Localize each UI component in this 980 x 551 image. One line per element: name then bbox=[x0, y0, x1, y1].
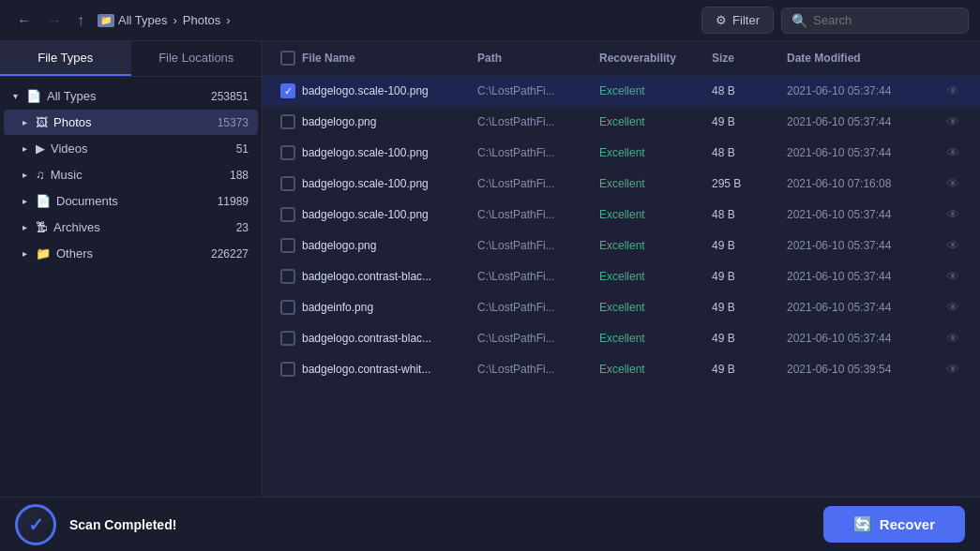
table-row[interactable]: badgelogo.png C:\LostPathFi... Excellent… bbox=[263, 231, 980, 261]
forward-button[interactable]: → bbox=[41, 8, 68, 33]
row-checkbox-1[interactable] bbox=[274, 83, 302, 98]
sidebar-item-documents[interactable]: ▸ 📄 Documents 11989 bbox=[4, 188, 258, 214]
table-row[interactable]: badgelogo.scale-100.png C:\LostPathFi...… bbox=[263, 138, 980, 169]
table-row[interactable]: badgelogo.contrast-blac... C:\LostPathFi… bbox=[263, 323, 980, 354]
row-size-5: 48 B bbox=[712, 208, 787, 221]
row-recoverability-1: Excellent bbox=[599, 84, 712, 97]
row-path-7: C:\LostPathFi... bbox=[477, 270, 599, 283]
checkbox-6[interactable] bbox=[280, 238, 295, 253]
recover-button[interactable]: 🔄 Recover bbox=[823, 506, 965, 543]
row-filename-2: badgelogo.png bbox=[302, 115, 477, 128]
row-checkbox-5[interactable] bbox=[274, 207, 302, 222]
checkbox-9[interactable] bbox=[280, 331, 295, 346]
sidebar-item-others[interactable]: ▸ 📁 Others 226227 bbox=[4, 241, 258, 266]
checkbox-8[interactable] bbox=[280, 300, 295, 315]
table-row[interactable]: badgelogo.contrast-blac... C:\LostPathFi… bbox=[263, 261, 980, 292]
tree-icon-videos: ▶ bbox=[36, 141, 45, 156]
preview-icon-8[interactable]: 👁 bbox=[937, 300, 969, 315]
tree-label-music: Music bbox=[51, 168, 230, 182]
row-date-7: 2021-06-10 05:37:44 bbox=[787, 270, 937, 283]
row-recoverability-10: Excellent bbox=[599, 363, 712, 376]
row-filename-5: badgelogo.scale-100.png bbox=[302, 208, 477, 221]
checkbox-10[interactable] bbox=[280, 362, 295, 377]
preview-icon-9[interactable]: 👁 bbox=[937, 331, 969, 346]
row-checkbox-3[interactable] bbox=[274, 145, 302, 160]
search-box[interactable]: 🔍 bbox=[781, 7, 969, 34]
row-checkbox-2[interactable] bbox=[274, 114, 302, 129]
row-filename-1: badgelogo.scale-100.png bbox=[302, 84, 477, 97]
tree-count-archives: 23 bbox=[236, 221, 249, 234]
sidebar-item-music[interactable]: ▸ ♫ Music 188 bbox=[4, 162, 258, 187]
tree-count-documents: 11989 bbox=[218, 195, 249, 208]
checkbox-7[interactable] bbox=[280, 269, 295, 284]
checkbox-4[interactable] bbox=[280, 176, 295, 191]
select-all-checkbox[interactable] bbox=[280, 51, 295, 66]
table-row[interactable]: badgelogo.scale-100.png C:\LostPathFi...… bbox=[263, 169, 980, 200]
row-path-2: C:\LostPathFi... bbox=[477, 115, 599, 128]
row-checkbox-4[interactable] bbox=[274, 176, 302, 191]
up-button[interactable]: ↑ bbox=[71, 8, 90, 33]
row-date-5: 2021-06-10 05:37:44 bbox=[787, 208, 937, 221]
sidebar-item-videos[interactable]: ▸ ▶ Videos 51 bbox=[4, 136, 258, 161]
row-path-8: C:\LostPathFi... bbox=[477, 301, 599, 314]
recover-label: Recover bbox=[880, 516, 935, 532]
preview-icon-1[interactable]: 👁 bbox=[937, 83, 969, 98]
checkbox-1[interactable] bbox=[280, 83, 295, 98]
row-filename-3: badgelogo.scale-100.png bbox=[302, 146, 477, 159]
row-size-10: 49 B bbox=[712, 363, 787, 376]
row-path-6: C:\LostPathFi... bbox=[477, 239, 599, 252]
row-filename-9: badgelogo.contrast-blac... bbox=[302, 332, 477, 345]
row-checkbox-7[interactable] bbox=[274, 269, 302, 284]
row-size-2: 49 B bbox=[712, 115, 787, 128]
row-recoverability-7: Excellent bbox=[599, 270, 712, 283]
row-date-1: 2021-06-10 05:37:44 bbox=[787, 84, 937, 97]
row-recoverability-8: Excellent bbox=[599, 301, 712, 314]
tree-label-documents: Documents bbox=[56, 194, 218, 208]
tree-arrow: ▾ bbox=[13, 91, 26, 101]
checkbox-2[interactable] bbox=[280, 114, 295, 129]
row-checkbox-8[interactable] bbox=[274, 300, 302, 315]
tab-file-locations[interactable]: File Locations bbox=[131, 41, 263, 76]
filter-icon: ⚙ bbox=[716, 13, 727, 27]
table-row[interactable]: badgelogo.png C:\LostPathFi... Excellent… bbox=[263, 107, 980, 138]
tree-count-videos: 51 bbox=[236, 142, 249, 156]
back-button[interactable]: ← bbox=[11, 8, 38, 33]
breadcrumb-photos[interactable]: Photos bbox=[183, 13, 220, 27]
tree-count-others: 226227 bbox=[211, 247, 249, 261]
filter-button[interactable]: ⚙ Filter bbox=[701, 7, 774, 34]
row-date-10: 2021-06-10 05:39:54 bbox=[787, 363, 937, 376]
sidebar-item-all-types[interactable]: ▾ 📄 All Types 253851 bbox=[4, 83, 258, 109]
tree-arrow: ▸ bbox=[23, 170, 36, 180]
row-checkbox-10[interactable] bbox=[274, 362, 302, 377]
preview-icon-5[interactable]: 👁 bbox=[937, 207, 969, 222]
preview-icon-2[interactable]: 👁 bbox=[937, 114, 969, 129]
breadcrumb-sep2: › bbox=[226, 13, 230, 27]
tab-file-types[interactable]: File Types bbox=[0, 41, 131, 76]
preview-icon-3[interactable]: 👁 bbox=[937, 145, 969, 160]
search-input[interactable] bbox=[813, 13, 958, 27]
row-path-5: C:\LostPathFi... bbox=[477, 208, 599, 221]
breadcrumb-all-types[interactable]: All Types bbox=[118, 13, 168, 27]
header-filename: File Name bbox=[302, 51, 477, 66]
preview-icon-7[interactable]: 👁 bbox=[937, 269, 969, 284]
bottom-bar: Scan Completed! 🔄 Recover bbox=[0, 497, 980, 551]
sidebar-item-photos[interactable]: ▸ 🖼 Photos 15373 bbox=[4, 110, 258, 135]
tree-label-photos: Photos bbox=[53, 115, 218, 129]
row-path-3: C:\LostPathFi... bbox=[477, 146, 599, 159]
top-bar: ← → ↑ 📁 All Types › Photos › ⚙ Filter 🔍 bbox=[0, 0, 980, 41]
table-row[interactable]: badgelogo.contrast-whit... C:\LostPathFi… bbox=[263, 354, 980, 385]
checkbox-3[interactable] bbox=[280, 145, 295, 160]
tree-arrow: ▸ bbox=[23, 248, 36, 259]
sidebar-item-archives[interactable]: ▸ 🗜 Archives 23 bbox=[4, 215, 258, 240]
row-checkbox-9[interactable] bbox=[274, 331, 302, 346]
preview-icon-4[interactable]: 👁 bbox=[937, 176, 969, 191]
table-row[interactable]: badgeinfo.png C:\LostPathFi... Excellent… bbox=[263, 292, 980, 323]
table-row[interactable]: badgelogo.scale-100.png C:\LostPathFi...… bbox=[263, 200, 980, 231]
preview-icon-10[interactable]: 👁 bbox=[937, 362, 969, 377]
row-path-4: C:\LostPathFi... bbox=[477, 177, 599, 190]
tree-icon-all-types: 📄 bbox=[26, 89, 41, 103]
row-checkbox-6[interactable] bbox=[274, 238, 302, 253]
checkbox-5[interactable] bbox=[280, 207, 295, 222]
preview-icon-6[interactable]: 👁 bbox=[937, 238, 969, 253]
table-row[interactable]: badgelogo.scale-100.png C:\LostPathFi...… bbox=[263, 76, 980, 107]
